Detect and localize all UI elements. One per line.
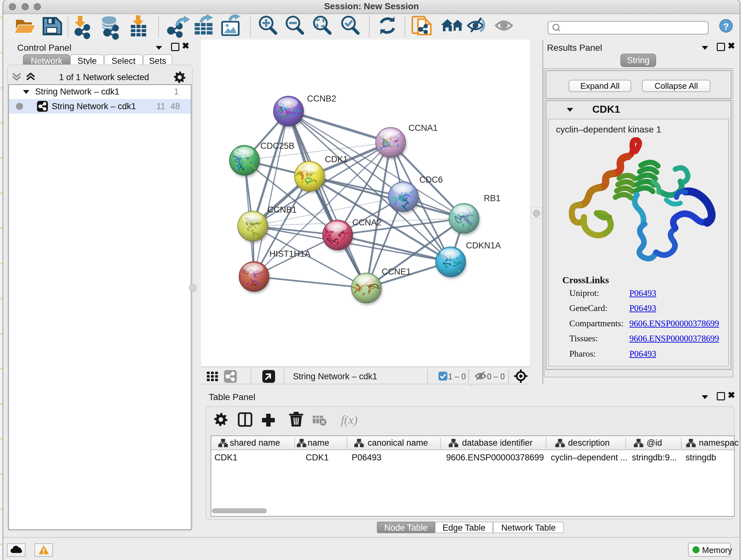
svg-text:RB1: RB1 [484,193,501,203]
svg-text:String Network – cdk1: String Network – cdk1 [293,372,377,381]
svg-text:CDKN1A: CDKN1A [466,241,501,250]
svg-text:HIST1H1A: HIST1H1A [269,249,311,259]
svg-text:0 – 0: 0 – 0 [487,372,505,381]
svg-text:CDK1: CDK1 [325,154,348,164]
svg-text:CCNA1: CCNA1 [408,123,438,133]
svg-text:CCNE1: CCNE1 [382,267,411,276]
svg-text:CDC6: CDC6 [419,175,443,185]
svg-text:CDC25B: CDC25B [260,141,294,151]
svg-text:1 – 0: 1 – 0 [448,372,466,381]
svg-text:1 of 1 Network selected: 1 of 1 Network selected [59,72,149,82]
svg-text:f(x): f(x) [341,413,358,427]
svg-text:CCNB1: CCNB1 [267,205,297,214]
svg-text:CCNB2: CCNB2 [307,94,336,104]
svg-text:CCNA2: CCNA2 [352,218,382,227]
